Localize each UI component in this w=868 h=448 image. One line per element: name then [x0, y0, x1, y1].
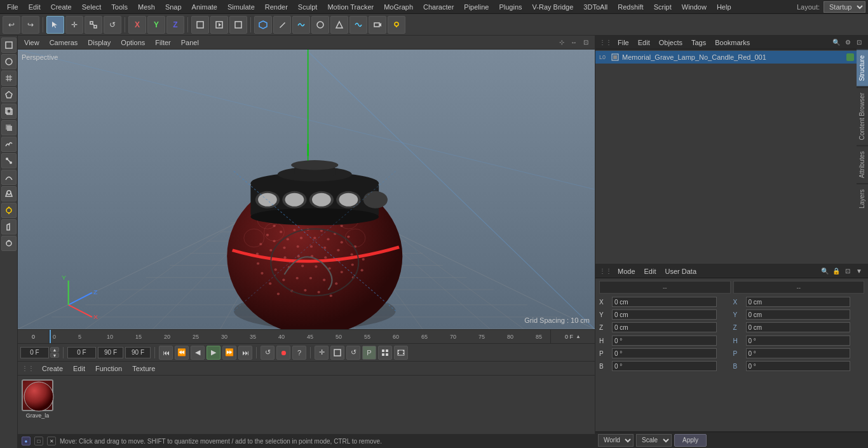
undo-button[interactable]: ↩	[3, 16, 20, 34]
loop-btn[interactable]: ↺	[261, 346, 275, 360]
tab-layers[interactable]: Layers	[857, 184, 868, 214]
sidebar-box-icon[interactable]	[1, 104, 17, 119]
menu-redshift[interactable]: Redshift	[613, 2, 648, 12]
viewport-arrows-icon[interactable]: ↔	[569, 37, 579, 48]
viewport-display-menu[interactable]: Display	[85, 37, 113, 48]
current-frame-field[interactable]	[20, 347, 49, 358]
timeline-track[interactable]: 0 5 10 15 20 25 30 35 40 45 50 55 60 65 …	[50, 330, 550, 343]
sy-field[interactable]: 0 °	[746, 348, 851, 358]
material-item[interactable]: Grave_la	[22, 379, 53, 419]
render-all-button[interactable]	[229, 16, 247, 34]
attr-userdata-menu[interactable]: User Data	[662, 266, 700, 276]
menu-edit[interactable]: Edit	[24, 2, 45, 12]
go-end-btn[interactable]: ⏭	[238, 346, 252, 360]
rotate2-btn[interactable]: ↺	[346, 346, 360, 360]
x-rot-field[interactable]: 0 cm	[746, 297, 851, 307]
play-reverse-btn[interactable]: ◀	[191, 346, 205, 360]
tab-content-browser[interactable]: Content Browser	[857, 87, 868, 145]
world-select[interactable]: World	[598, 434, 634, 447]
sx-field[interactable]: 0 °	[746, 336, 851, 346]
menu-plugins[interactable]: Plugins	[494, 2, 526, 12]
frame-down-btn[interactable]: ▼	[50, 353, 59, 358]
status-indicator-2[interactable]: □	[34, 437, 43, 445]
menu-motion-tracker[interactable]: Motion Tracker	[323, 2, 378, 12]
grid2-btn[interactable]	[378, 346, 392, 360]
camera-button[interactable]	[369, 16, 386, 34]
tab-attributes[interactable]: Attributes	[857, 146, 868, 183]
sidebar-model-icon[interactable]	[1, 37, 17, 53]
move2-btn[interactable]: ✛	[315, 346, 329, 360]
z-rot-field[interactable]: 0 cm	[746, 322, 851, 332]
menu-script[interactable]: Script	[649, 2, 676, 12]
menu-file[interactable]: File	[3, 2, 23, 12]
pen-button[interactable]	[273, 16, 291, 34]
menu-mograph[interactable]: MoGraph	[379, 2, 417, 12]
om-settings-icon[interactable]: ⚙	[843, 37, 853, 48]
frame-up-btn[interactable]: ▲	[50, 347, 59, 352]
viewport-panel-menu[interactable]: Panel	[179, 37, 201, 48]
go-start-btn[interactable]: ⏮	[159, 346, 173, 360]
x-axis-button[interactable]: X	[128, 16, 146, 34]
om-objects-menu[interactable]: Objects	[656, 37, 686, 48]
menu-simulate[interactable]: Simulate	[223, 2, 259, 12]
viewport-cameras-menu[interactable]: Cameras	[47, 37, 81, 48]
menu-tools[interactable]: Tools	[107, 2, 132, 12]
attr-more-icon[interactable]: ▼	[854, 266, 864, 276]
h-field[interactable]: 0 °	[612, 336, 717, 346]
bp-texture-menu[interactable]: Texture	[130, 363, 158, 374]
z-axis-button[interactable]: Z	[166, 16, 184, 34]
sidebar-paint-icon[interactable]	[1, 219, 17, 234]
viewport-3d[interactable]: Z X Y Perspective Grid Spacing : 10 cm	[18, 50, 595, 329]
sidebar-weight-icon[interactable]	[1, 186, 17, 201]
sidebar-spline2-icon[interactable]	[1, 236, 17, 251]
timeline-end-chevron[interactable]: ▲	[576, 334, 581, 339]
light-button[interactable]	[388, 16, 405, 34]
menu-help[interactable]: Help	[712, 2, 736, 12]
viewport-expand-icon[interactable]: ⊹	[557, 37, 567, 48]
record2-btn[interactable]: P	[362, 346, 376, 360]
om-tags-menu[interactable]: Tags	[688, 37, 709, 48]
attr-lock-icon[interactable]: 🔒	[831, 266, 841, 276]
redo-button[interactable]: ↪	[22, 16, 39, 34]
menu-select[interactable]: Select	[78, 2, 106, 12]
layout-select[interactable]: Startup	[824, 1, 865, 13]
z-pos-field[interactable]: 0 cm	[612, 322, 717, 332]
sidebar-grid-icon[interactable]	[1, 71, 17, 86]
attr-search-icon[interactable]: 🔍	[820, 266, 830, 276]
menu-pipeline[interactable]: Pipeline	[459, 2, 493, 12]
record-btn[interactable]: ⏺	[276, 346, 290, 360]
om-bookmarks-menu[interactable]: Bookmarks	[712, 37, 753, 48]
fps-field[interactable]	[125, 347, 151, 358]
end-frame-field[interactable]	[98, 347, 123, 358]
sidebar-snap-icon[interactable]	[1, 203, 17, 218]
om-status-dot[interactable]	[846, 53, 854, 61]
rotate-tool-button[interactable]: ↺	[104, 16, 121, 34]
attr-edit-menu[interactable]: Edit	[641, 266, 660, 276]
sidebar-sculpt-icon[interactable]	[1, 137, 17, 152]
menu-mesh[interactable]: Mesh	[133, 2, 159, 12]
menu-create[interactable]: Create	[46, 2, 76, 12]
om-row-lamp[interactable]: L0 Memorial_Grave_Lamp_No_Candle_Red_001	[595, 51, 868, 64]
b-field[interactable]: 0 °	[612, 361, 717, 371]
menu-window[interactable]: Window	[677, 2, 711, 12]
bp-create-menu[interactable]: Create	[39, 363, 65, 374]
menu-character[interactable]: Character	[419, 2, 458, 12]
scale-select[interactable]: Scale	[636, 434, 672, 447]
help-btn[interactable]: ?	[292, 346, 306, 360]
tab-structure[interactable]: Structure	[857, 50, 868, 86]
y-axis-button[interactable]: Y	[147, 16, 165, 34]
viewport-view-menu[interactable]: View	[22, 37, 42, 48]
sidebar-bend-icon[interactable]	[1, 170, 17, 185]
om-edit-menu[interactable]: Edit	[635, 37, 653, 48]
status-indicator-3[interactable]: ✕	[47, 437, 56, 445]
start-frame-field[interactable]	[67, 347, 96, 358]
om-expand-icon[interactable]: ⊡	[854, 37, 864, 48]
sidebar-joint-icon[interactable]	[1, 153, 17, 168]
attr-mode-menu[interactable]: Mode	[614, 266, 639, 276]
status-indicator-1[interactable]: ●	[22, 437, 31, 445]
step-back-btn[interactable]: ⏪	[175, 346, 189, 360]
menu-snap[interactable]: Snap	[161, 2, 186, 12]
p-field[interactable]: 0 °	[612, 348, 717, 358]
apply-button[interactable]: Apply	[674, 434, 707, 447]
select2-btn[interactable]	[330, 346, 344, 360]
